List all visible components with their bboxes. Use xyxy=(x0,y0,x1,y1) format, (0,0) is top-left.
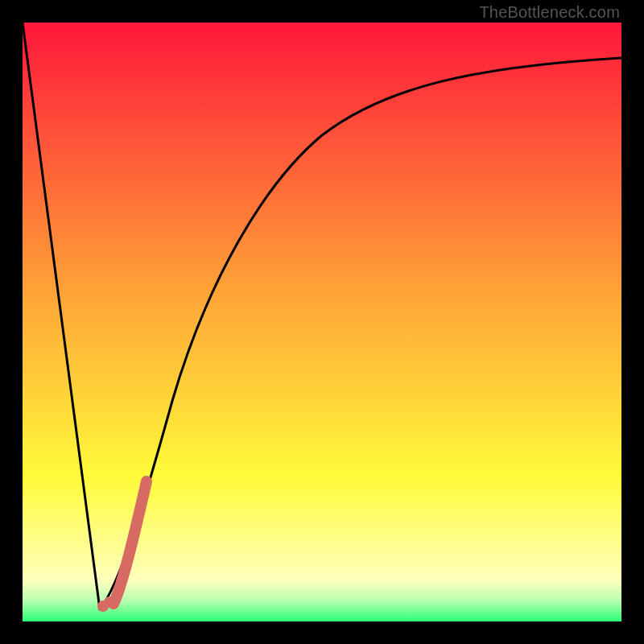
bottleneck-curve xyxy=(23,23,621,621)
watermark-text: TheBottleneck.com xyxy=(479,3,620,22)
plot-area xyxy=(23,23,621,621)
svg-point-2 xyxy=(104,597,115,608)
chart-frame: TheBottleneck.com xyxy=(0,0,644,644)
